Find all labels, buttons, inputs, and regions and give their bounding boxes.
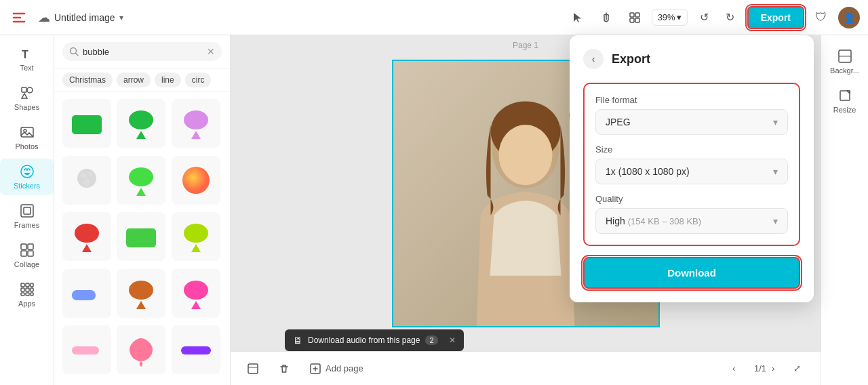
title-chevron-icon[interactable]: ▾ — [119, 13, 123, 22]
sticker-item[interactable] — [117, 99, 165, 148]
sticker-item[interactable] — [62, 325, 111, 374]
file-format-group: File format JPEG ▾ — [595, 95, 788, 135]
expand-btn[interactable]: ⤢ — [793, 361, 810, 377]
sticker-item[interactable] — [117, 212, 165, 261]
search-bar: ✕ — [54, 35, 230, 68]
quality-label: Quality — [595, 194, 788, 204]
svg-marker-49 — [136, 301, 146, 309]
sidebar-item-collage[interactable]: Collage — [0, 237, 54, 274]
sidebar-item-photos[interactable]: Photos — [0, 119, 54, 156]
notification-close-icon[interactable]: ✕ — [449, 336, 456, 345]
export-header: ‹ Export — [583, 49, 800, 69]
svg-rect-23 — [26, 288, 29, 291]
export-button[interactable]: Export — [747, 6, 804, 29]
layout-tool-btn[interactable] — [623, 6, 646, 29]
sidebar-item-frames[interactable]: Frames — [0, 198, 54, 235]
title-area: ☁ Untitled image ▾ — [38, 10, 123, 25]
svg-point-48 — [129, 281, 153, 300]
svg-rect-25 — [21, 293, 24, 296]
svg-rect-4 — [635, 13, 639, 17]
tag-bar: Christmas arrow line circ — [54, 68, 230, 92]
right-panel: Backgr... Resize — [821, 35, 868, 385]
svg-rect-6 — [635, 18, 639, 22]
export-back-btn[interactable]: ‹ — [583, 49, 604, 69]
svg-rect-26 — [26, 293, 29, 296]
prev-page-btn[interactable]: ‹ — [732, 361, 749, 377]
svg-marker-40 — [136, 188, 146, 196]
svg-rect-21 — [31, 283, 33, 287]
delete-page-btn[interactable] — [273, 359, 296, 379]
search-input[interactable] — [83, 47, 203, 57]
sidebar-item-apps[interactable]: Apps — [0, 277, 54, 313]
search-clear-icon[interactable]: ✕ — [207, 46, 215, 57]
zoom-control[interactable]: 39% ▾ — [652, 9, 688, 26]
sticker-item[interactable] — [117, 156, 165, 205]
redo-btn[interactable]: ↻ — [719, 6, 742, 29]
svg-point-39 — [129, 167, 153, 186]
size-select[interactable]: 1x (1080 x 1080 px) ▾ — [595, 159, 788, 184]
sticker-item[interactable] — [62, 212, 111, 261]
tag-circ[interactable]: circ — [185, 73, 212, 87]
right-panel-resize-label: Resize — [833, 106, 856, 114]
tag-christmas[interactable]: Christmas — [62, 73, 113, 87]
notification-text: Download audio from this page — [308, 336, 420, 345]
sidebar-label-collage: Collage — [14, 260, 39, 268]
svg-marker-46 — [191, 244, 201, 252]
sticker-item[interactable] — [117, 269, 165, 318]
quality-select[interactable]: High (154 KB – 308 KB) ▾ — [595, 208, 788, 234]
page-settings-btn[interactable] — [241, 359, 264, 379]
svg-point-31 — [129, 110, 153, 129]
sidebar-item-stickers[interactable]: Stickers — [0, 159, 54, 195]
app-logo[interactable] — [8, 7, 30, 28]
svg-rect-60 — [248, 364, 258, 373]
panel-area: ✕ Christmas arrow line circ — [54, 35, 231, 385]
sidebar-label-stickers: Stickers — [14, 182, 40, 190]
sidebar-label-text: Text — [20, 64, 33, 72]
sticker-item[interactable] — [172, 156, 220, 205]
sidebar-item-text[interactable]: T Text — [0, 41, 54, 77]
pagination: ‹ 1/1 › ⤢ — [732, 361, 810, 377]
sticker-grid — [54, 92, 230, 385]
svg-rect-13 — [21, 205, 33, 217]
tag-line[interactable]: line — [155, 73, 181, 87]
sticker-item[interactable] — [172, 269, 220, 318]
file-format-value: JPEG — [606, 117, 631, 127]
pan-tool-btn[interactable] — [595, 6, 618, 29]
top-bar: ☁ Untitled image ▾ 39% ▾ ↺ — [0, 0, 868, 35]
notification-count: 2 — [425, 336, 437, 345]
sidebar-item-shapes[interactable]: Shapes — [0, 80, 54, 117]
sticker-item[interactable] — [62, 99, 111, 148]
shield-btn[interactable]: 🛡 — [810, 6, 833, 29]
svg-text:T: T — [22, 49, 28, 60]
right-panel-resize[interactable]: Resize — [821, 83, 868, 119]
download-button[interactable]: Download — [583, 257, 800, 289]
zoom-value: 39% — [658, 12, 675, 22]
select-tool-btn[interactable] — [566, 6, 589, 29]
svg-rect-44 — [126, 228, 156, 247]
svg-rect-24 — [31, 288, 33, 291]
undo-btn[interactable]: ↺ — [693, 6, 716, 29]
search-input-wrap: ✕ — [62, 42, 222, 61]
export-fields-box: File format JPEG ▾ Size 1x (1080 x 1080 … — [583, 83, 800, 246]
sidebar-label-shapes: Shapes — [14, 103, 39, 111]
svg-rect-20 — [26, 283, 29, 287]
add-page-btn[interactable]: Add page — [304, 359, 369, 379]
sticker-item[interactable] — [172, 325, 220, 374]
tag-arrow[interactable]: arrow — [117, 73, 151, 87]
sticker-item[interactable] — [62, 156, 111, 205]
right-panel-background[interactable]: Backgr... — [821, 43, 868, 80]
next-page-btn[interactable]: › — [772, 361, 788, 377]
svg-rect-22 — [21, 288, 24, 291]
left-sidebar: T Text Shapes Photos — [0, 35, 54, 385]
sticker-item[interactable] — [172, 212, 220, 261]
svg-point-9 — [27, 87, 33, 93]
sticker-item[interactable] — [117, 325, 165, 374]
file-format-select[interactable]: JPEG ▾ — [595, 109, 788, 135]
notification-icon: 🖥 — [293, 335, 302, 346]
export-panel-title: Export — [612, 52, 650, 66]
file-format-label: File format — [595, 95, 788, 105]
sticker-item[interactable] — [62, 269, 111, 318]
sticker-item[interactable] — [172, 99, 220, 148]
size-group: Size 1x (1080 x 1080 px) ▾ — [595, 144, 788, 184]
user-avatar[interactable]: 👤 — [838, 7, 860, 28]
